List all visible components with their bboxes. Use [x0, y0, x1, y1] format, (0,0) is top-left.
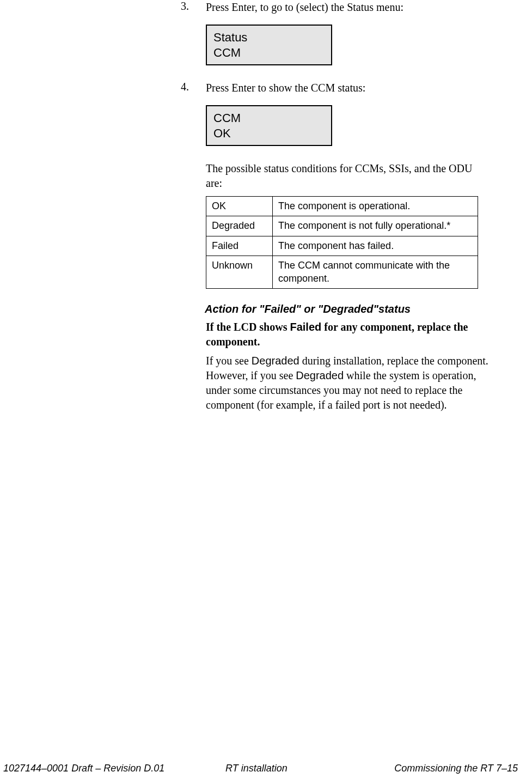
table-row: Unknown The CCM cannot communicate with … [206, 256, 478, 289]
failed-instruction: If the LCD shows Failed for any componen… [206, 320, 490, 349]
step-4: 4. Press Enter to show the CCM status: [181, 81, 490, 95]
lcd-line-1: CCM [213, 111, 325, 126]
status-label-degraded: Degraded [296, 369, 344, 381]
table-row: Degraded The component is not fully oper… [206, 216, 478, 236]
page-content: 3. Press Enter, to go to (select) the St… [181, 0, 490, 412]
step-4-content: CCM OK The possible status conditions fo… [206, 105, 490, 412]
lcd-line-1: Status [213, 30, 325, 45]
table-row: OK The component is operational. [206, 197, 478, 216]
degraded-instruction: If you see Degraded during installation,… [206, 354, 490, 412]
desc-cell: The CCM cannot communicate with the comp… [273, 256, 478, 289]
step-3-content: Status CCM [206, 25, 490, 65]
step-text: Press Enter, to go to (select) the Statu… [206, 0, 403, 15]
table-intro-text: The possible status conditions for CCMs,… [206, 161, 490, 191]
lcd-line-2: CCM [213, 45, 325, 60]
step-number: 4. [181, 81, 206, 95]
footer-page-info: Commissioning the RT 7–15 [394, 763, 518, 774]
lcd-display-ccm: CCM OK [206, 105, 332, 146]
table-row: Failed The component has failed. [206, 236, 478, 256]
status-conditions-table: OK The component is operational. Degrade… [206, 196, 478, 289]
desc-cell: The component is operational. [273, 197, 478, 216]
footer-doc-id: 1027144–0001 Draft – Revision D.01 [3, 763, 164, 774]
step-text: Press Enter to show the CCM status: [206, 81, 365, 95]
status-cell: Degraded [206, 216, 273, 236]
step-number: 3. [181, 0, 206, 15]
desc-cell: The component has failed. [273, 236, 478, 256]
status-label-failed: Failed [290, 321, 321, 333]
desc-cell: The component is not fully operational.* [273, 216, 478, 236]
status-cell: OK [206, 197, 273, 216]
text-fragment: If the LCD shows [206, 321, 290, 333]
footer-title: RT installation [225, 763, 288, 774]
status-label-degraded: Degraded [252, 355, 299, 367]
status-cell: Failed [206, 236, 273, 256]
text-fragment: If you see [206, 355, 252, 367]
lcd-line-2: OK [213, 126, 325, 141]
lcd-display-status: Status CCM [206, 25, 332, 65]
action-heading: Action for "Failed" or "Degraded"status [205, 303, 490, 315]
step-3: 3. Press Enter, to go to (select) the St… [181, 0, 490, 15]
status-cell: Unknown [206, 256, 273, 289]
